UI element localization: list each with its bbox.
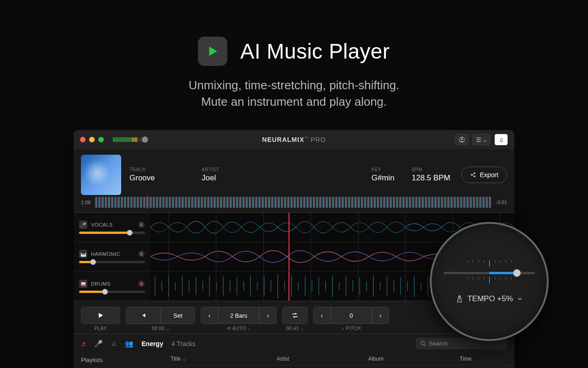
mute-button[interactable]: 🔇	[138, 222, 145, 228]
search-icon	[420, 341, 426, 346]
loop-time: 00:43	[286, 326, 299, 331]
tempo-magnifier: TEMPO +5%	[430, 222, 549, 341]
col-time[interactable]: Time	[460, 356, 496, 362]
auto-label[interactable]: AUTO	[232, 326, 246, 331]
tempo-label-row[interactable]: TEMPO +5%	[455, 294, 523, 303]
playlist-count: 4 Tracks	[171, 340, 196, 347]
key-value: G#min	[372, 173, 404, 183]
time-remaining: -3:01	[496, 200, 507, 205]
overview-timeline: 1:06 -3:01	[74, 197, 514, 212]
track-info: TRACK Groove ARTIST Joel KEY G#min BPM 1…	[74, 149, 514, 197]
vocals-volume-slider[interactable]	[79, 232, 145, 234]
harmonic-icon: 🎹	[79, 250, 87, 258]
play-label: PLAY	[95, 326, 107, 331]
bars-next-button[interactable]: ›	[259, 307, 277, 324]
vu-meter[interactable]	[113, 137, 145, 142]
track-row[interactable]: Scratch DJ Battle 03:07	[163, 365, 514, 368]
close-button[interactable]	[80, 137, 86, 142]
playlist-title: Energy	[142, 340, 163, 347]
tempo-slider[interactable]	[444, 272, 535, 274]
app-icon	[198, 37, 227, 66]
app-title: NEURALMIX™ PRO	[262, 136, 326, 143]
export-button[interactable]: Export	[461, 167, 507, 183]
download-button[interactable]	[455, 134, 469, 146]
key-label: KEY	[372, 167, 404, 172]
cue-time: 00:00	[152, 326, 165, 331]
maximize-button[interactable]	[98, 137, 104, 142]
pitch-label: PITCH	[346, 326, 361, 331]
play-button[interactable]	[81, 307, 120, 324]
share-icon	[470, 172, 476, 178]
overview-waveform[interactable]	[95, 197, 491, 208]
hero: AI Music Player Unmixing, time-stretchin…	[0, 0, 588, 110]
download-icon	[459, 136, 465, 143]
bars-prev-button[interactable]: ‹	[201, 307, 218, 324]
titlebar: NEURALMIX™ PRO ☰ ⌵ ♫	[74, 130, 514, 149]
stem-label: VOCALS	[91, 222, 113, 227]
drums-volume-slider[interactable]	[79, 291, 145, 293]
browser: ♬ 🎤 ♫ 👥 Energy 4 Tracks Search Playlists…	[74, 334, 514, 368]
bpm-label: BPM	[412, 167, 453, 172]
tempo-ticks-bottom	[467, 277, 512, 283]
bpm-value: 128.5 BPM	[412, 173, 453, 183]
minimize-button[interactable]	[89, 137, 95, 142]
skip-back-icon	[140, 312, 146, 319]
play-icon	[97, 312, 104, 319]
column-headers: Title ⌵ Artist Album Time	[163, 353, 514, 365]
music-tab[interactable]: ♫	[111, 340, 116, 347]
play-icon	[206, 44, 219, 58]
mic-tab[interactable]: 🎤	[94, 340, 103, 348]
mute-button[interactable]: 🔇	[138, 281, 145, 287]
cue-button[interactable]	[126, 307, 160, 324]
vocals-icon: 🎤	[79, 221, 87, 229]
chevron-down-icon	[517, 296, 523, 302]
playhead[interactable]	[289, 213, 289, 242]
drums-icon: 🥁	[79, 280, 87, 288]
tempo-value: TEMPO +5%	[467, 294, 513, 303]
pitch-display[interactable]: 0	[331, 307, 372, 324]
svg-point-57	[421, 341, 425, 345]
artist-label: ARTIST	[202, 167, 266, 172]
col-title[interactable]: Title ⌵	[171, 356, 277, 362]
track-label: TRACK	[129, 167, 193, 172]
harmonic-volume-slider[interactable]	[79, 261, 145, 263]
svg-point-3	[474, 176, 475, 177]
playhead[interactable]	[289, 242, 289, 271]
svg-point-1	[471, 174, 472, 176]
music-library-button[interactable]: ♫	[494, 134, 508, 146]
playlist-tab[interactable]: ♬	[81, 340, 86, 347]
artist-name: Joel	[202, 173, 266, 183]
album-artwork[interactable]	[81, 155, 121, 195]
pitch-up-button[interactable]: ›	[372, 307, 389, 324]
loop-icon	[291, 311, 299, 319]
stem-label: HARMONIC	[91, 251, 120, 257]
traffic-lights	[80, 137, 104, 142]
col-artist[interactable]: Artist	[277, 356, 368, 362]
pitch-down-button[interactable]: ‹	[313, 307, 331, 324]
people-tab[interactable]: 👥	[125, 340, 134, 348]
svg-line-58	[424, 344, 425, 346]
metronome-icon	[455, 295, 464, 303]
col-album[interactable]: Album	[368, 356, 460, 362]
stem-label: DRUMS	[91, 281, 111, 287]
mute-button[interactable]: 🔇	[138, 251, 145, 257]
sidebar-playlists[interactable]: Playlists	[74, 353, 163, 368]
master-volume-knob[interactable]	[142, 136, 148, 143]
tempo-ticks-top	[467, 260, 512, 266]
time-elapsed: 1:06	[81, 200, 91, 205]
loop-button[interactable]	[282, 307, 308, 324]
track-name: Groove	[129, 173, 193, 183]
tempo-thumb[interactable]	[513, 269, 521, 277]
playhead[interactable]	[289, 271, 289, 301]
hero-subtitle: Unmixing, time-stretching, pitch-shiftin…	[0, 77, 588, 110]
menu-button[interactable]: ☰ ⌵	[472, 134, 491, 146]
bars-display[interactable]: 2 Bars	[218, 307, 259, 324]
hero-title: AI Music Player	[240, 39, 390, 64]
set-cue-button[interactable]: Set	[160, 307, 195, 324]
svg-point-2	[474, 173, 475, 174]
